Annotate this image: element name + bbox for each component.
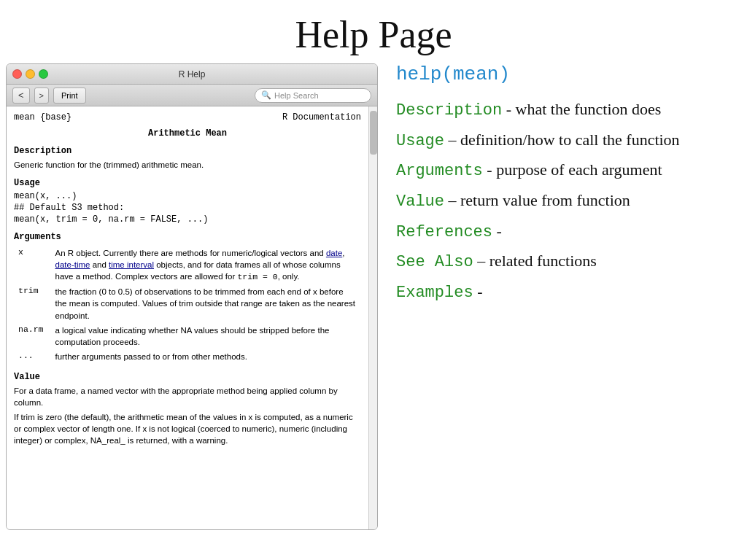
close-button[interactable] — [12, 69, 22, 79]
search-box[interactable]: 🔍 Help Search — [255, 88, 371, 103]
list-item: Arguments - purpose of each argument — [396, 159, 732, 182]
annotation-title: help(mean) — [396, 63, 732, 85]
search-placeholder: Help Search — [274, 91, 319, 100]
description-heading: Description — [14, 146, 361, 156]
annotation-keyword: Examples — [396, 284, 473, 302]
help-content[interactable]: mean {base} R Documentation Arithmetic M… — [7, 106, 368, 529]
arg-name: x — [15, 246, 51, 284]
list-item: References - — [396, 220, 732, 244]
annotation-description: definition/how to call the function — [460, 131, 680, 149]
back-button[interactable]: < — [12, 88, 30, 104]
annotation-keyword: References — [396, 223, 492, 241]
list-item: Value – return value from function — [396, 190, 732, 213]
arguments-table: xAn R object. Currently there are method… — [14, 245, 361, 365]
help-doc-type: R Documentation — [282, 112, 361, 122]
arg-name: na.rm — [15, 324, 51, 349]
titlebar: R Help — [7, 64, 377, 85]
annotations-panel: help(mean) Description - what the functi… — [378, 63, 747, 560]
help-package: mean {base} — [14, 112, 71, 122]
print-button[interactable]: Print — [53, 88, 86, 104]
annotation-description: related functions — [489, 252, 597, 270]
annotation-separator: - — [502, 100, 515, 118]
annotation-keyword: Usage — [396, 132, 444, 150]
annotation-keyword: Description — [396, 101, 502, 120]
table-row: xAn R object. Currently there are method… — [15, 246, 360, 284]
table-row: trimthe fraction (0 to 0.5) of observati… — [15, 285, 360, 322]
time-interval-link[interactable]: time interval — [109, 260, 154, 269]
list-item: See Also – related functions — [396, 250, 732, 273]
annotation-description: purpose of each argument — [496, 160, 662, 179]
annotation-description: what the function does — [516, 100, 662, 118]
value-text-1: For a data frame, a named vector with th… — [14, 385, 361, 408]
annotation-keyword: See Also — [396, 253, 473, 271]
annotation-separator: - — [473, 282, 483, 300]
date-link[interactable]: date — [326, 249, 342, 257]
arg-desc: a logical value indicating whether NA va… — [53, 324, 360, 349]
description-text: Generic function for the (trimmed) arith… — [14, 159, 361, 171]
arg-desc: An R object. Currently there are methods… — [53, 246, 360, 284]
annotations-list: Description - what the function doesUsag… — [396, 98, 732, 311]
r-help-window: R Help < > Print 🔍 Help Search mean {bas… — [6, 63, 378, 530]
arg-desc: further arguments passed to or from othe… — [53, 350, 360, 363]
arg-name: ... — [15, 350, 51, 363]
maximize-button[interactable] — [39, 69, 48, 79]
list-item: Examples - — [396, 281, 732, 304]
annotation-separator: – — [444, 131, 460, 149]
annotation-separator: - — [492, 222, 502, 240]
annotation-description: return value from function — [460, 191, 630, 209]
annotation-separator: – — [444, 191, 460, 209]
annotation-keyword: Arguments — [396, 162, 483, 180]
value-heading: Value — [14, 372, 361, 382]
traffic-lights — [12, 69, 48, 79]
usage-code-3: mean(x, trim = 0, na.rm = FALSE, ...) — [14, 214, 361, 225]
help-main-title: Arithmetic Mean — [14, 128, 361, 139]
value-text-2: If trim is zero (the default), the arith… — [14, 411, 361, 446]
window-title: R Help — [179, 69, 206, 79]
usage-code-2: ## Default S3 method: — [14, 203, 361, 213]
table-row: ...further arguments passed to or from o… — [15, 350, 360, 363]
search-icon: 🔍 — [261, 90, 271, 100]
forward-button[interactable]: > — [34, 88, 49, 104]
scrollbar[interactable] — [368, 106, 377, 529]
annotation-separator: – — [473, 252, 489, 270]
help-header: mean {base} R Documentation — [14, 112, 361, 122]
annotation-separator: - — [483, 160, 496, 179]
scroll-thumb[interactable] — [370, 111, 377, 155]
table-row: na.rma logical value indicating whether … — [15, 324, 360, 349]
page-title: Help Page — [0, 0, 747, 63]
usage-heading: Usage — [14, 178, 361, 188]
arguments-heading: Arguments — [14, 232, 361, 242]
usage-code-1: mean(x, ...) — [14, 191, 361, 201]
arg-name: trim — [15, 285, 51, 322]
arg-desc: the fraction (0 to 0.5) of observations … — [53, 285, 360, 322]
list-item: Description - what the function does — [396, 98, 732, 122]
annotation-keyword: Value — [396, 192, 444, 211]
toolbar: < > Print 🔍 Help Search — [7, 85, 377, 106]
date-time-link[interactable]: date-time — [55, 260, 90, 269]
list-item: Usage – definition/how to call the funct… — [396, 129, 732, 152]
minimize-button[interactable] — [26, 69, 35, 79]
